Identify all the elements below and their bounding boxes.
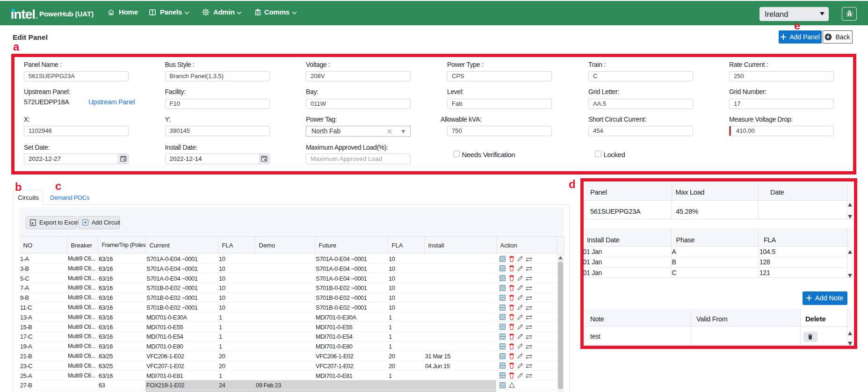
svg-text:x: x (31, 220, 34, 225)
